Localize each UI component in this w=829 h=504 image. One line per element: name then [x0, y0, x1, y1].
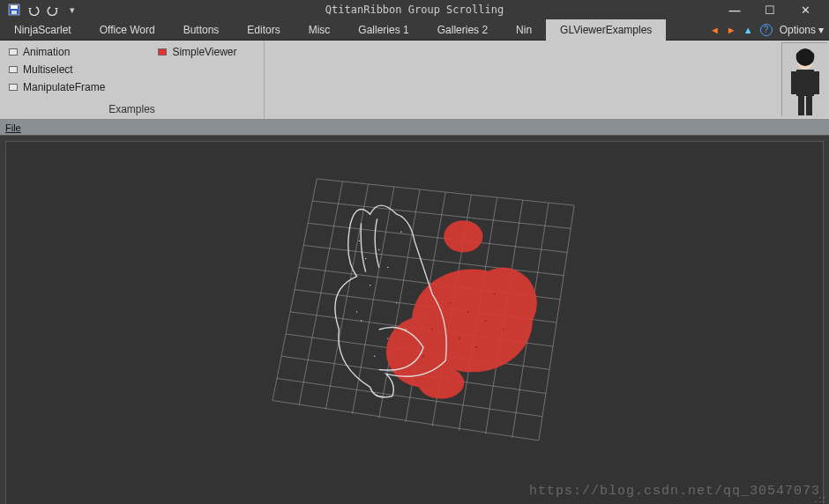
svg-point-35	[400, 232, 401, 233]
tab-galleries2[interactable]: Galleries 2	[423, 19, 502, 41]
ribbon-col-1: Animation Multiselect ManipulateFrame	[9, 44, 105, 101]
tab-right-tools: ◄ ► ▲ ? Options ▾	[710, 24, 829, 36]
minimize-button[interactable]: —	[721, 4, 748, 17]
chevron-down-icon: ▾	[818, 24, 824, 36]
scroll-right-icon[interactable]: ►	[727, 25, 736, 35]
tab-nin[interactable]: Nin	[502, 19, 546, 41]
undo-icon[interactable]	[26, 3, 41, 17]
tab-glviewerexamples[interactable]: GLViewerExamples	[546, 19, 666, 41]
svg-rect-9	[806, 96, 812, 115]
svg-point-26	[370, 285, 370, 285]
resize-grip-icon[interactable]: .::	[815, 494, 827, 504]
svg-point-32	[356, 311, 357, 312]
ribbon-item-simpleviewer[interactable]: SimpleViewer	[158, 46, 236, 58]
save-icon[interactable]	[7, 3, 21, 17]
svg-point-24	[378, 249, 379, 250]
close-button[interactable]: ✕	[792, 4, 818, 17]
tab-galleries1[interactable]: Galleries 1	[344, 19, 422, 41]
gl-viewport[interactable]	[5, 141, 824, 504]
window-controls: — ☐ ✕	[721, 4, 825, 17]
svg-point-15	[449, 302, 451, 304]
maximize-button[interactable]: ☐	[757, 4, 783, 17]
tab-ninjascarlet[interactable]: NinjaScarlet	[0, 19, 86, 41]
ribbon-group-examples: Animation Multiselect ManipulateFrame Si…	[0, 41, 265, 119]
svg-point-33	[365, 258, 366, 259]
ribbon-tabs: NinjaScarlet Office Word Buttons Editors…	[0, 19, 829, 41]
svg-point-17	[485, 320, 487, 322]
window-title: QtitanRibbon Group Scrolling	[0, 4, 829, 16]
svg-point-25	[387, 267, 388, 268]
ribbon-item-manipulateframe[interactable]: ManipulateFrame	[9, 81, 105, 93]
ribbon-col-2: SimpleViewer	[158, 44, 236, 101]
svg-point-31	[374, 356, 375, 357]
collapse-ribbon-icon[interactable]: ▲	[743, 25, 753, 35]
item-icon	[158, 48, 167, 56]
ribbon-panel: Animation Multiselect ManipulateFrame Si…	[0, 41, 829, 120]
tab-officeword[interactable]: Office Word	[86, 19, 169, 41]
svg-rect-6	[791, 71, 796, 94]
scene-render	[6, 142, 823, 504]
item-icon	[9, 66, 18, 73]
svg-point-16	[467, 311, 469, 313]
help-icon[interactable]: ?	[760, 24, 773, 36]
svg-point-18	[431, 329, 433, 330]
svg-rect-8	[798, 96, 804, 115]
watermark-text: https://blog.csdn.net/qq_30547073	[529, 484, 820, 499]
tab-misc[interactable]: Misc	[295, 19, 345, 41]
svg-point-28	[361, 320, 362, 321]
svg-rect-2	[11, 11, 17, 14]
svg-point-20	[494, 293, 496, 295]
redo-icon[interactable]	[46, 3, 60, 17]
menu-file[interactable]: File	[5, 122, 21, 133]
item-icon	[9, 84, 18, 91]
customize-qat-dropdown-icon[interactable]: ▾	[65, 3, 79, 17]
avatar-image	[781, 42, 827, 116]
tab-editors[interactable]: Editors	[233, 19, 294, 41]
pointcloud-red	[386, 220, 537, 398]
item-label: Multiselect	[23, 63, 73, 76]
options-menu[interactable]: Options ▾	[780, 24, 824, 36]
svg-point-10	[444, 220, 482, 252]
ribbon-item-multiselect[interactable]: Multiselect	[9, 63, 105, 76]
tab-buttons[interactable]: Buttons	[169, 19, 234, 41]
svg-point-21	[422, 355, 424, 357]
options-label: Options	[780, 24, 816, 36]
svg-rect-1	[11, 5, 18, 9]
svg-point-23	[503, 329, 504, 330]
svg-point-27	[396, 302, 397, 303]
svg-point-22	[476, 346, 478, 348]
quick-access-toolbar: ▾	[7, 3, 79, 17]
menu-bar: File	[0, 120, 829, 136]
title-bar: ▾ QtitanRibbon Group Scrolling — ☐ ✕	[0, 0, 829, 19]
svg-point-19	[459, 337, 460, 339]
item-label: Animation	[23, 46, 70, 58]
svg-rect-5	[796, 70, 814, 96]
svg-rect-7	[814, 71, 819, 94]
item-icon	[9, 48, 18, 56]
ribbon-item-animation[interactable]: Animation	[9, 46, 105, 58]
item-label: SimpleViewer	[172, 46, 236, 58]
item-label: ManipulateFrame	[23, 81, 105, 93]
svg-point-34	[359, 241, 360, 241]
svg-point-30	[405, 329, 406, 330]
svg-point-13	[469, 268, 536, 339]
ribbon-group-title: Examples	[9, 101, 255, 119]
svg-point-14	[418, 367, 464, 398]
svg-point-29	[387, 337, 388, 338]
scroll-left-icon[interactable]: ◄	[710, 25, 720, 35]
